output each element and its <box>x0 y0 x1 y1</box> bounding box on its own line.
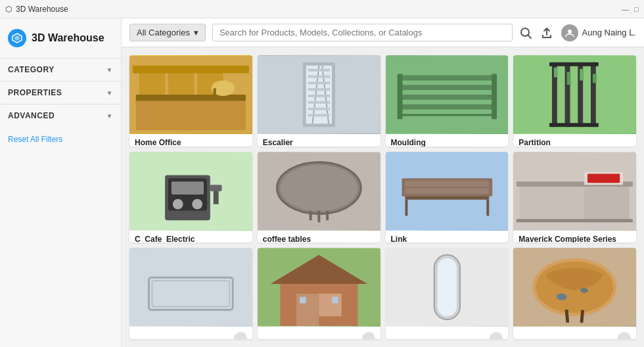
titlebar-left: ⬡ 3D Warehouse <box>5 5 68 14</box>
grid-item[interactable]: coffee tables Emma C. 11 <box>258 152 380 243</box>
svg-rect-86 <box>437 258 456 316</box>
grid-item-title: Partition <box>518 138 631 147</box>
svg-rect-40 <box>549 62 599 66</box>
grid-item-thumbnail <box>258 248 380 327</box>
grid-item-thumbnail <box>258 55 380 134</box>
svg-rect-42 <box>554 68 558 78</box>
grid-item[interactable]: Moulding Samuel 3 <box>386 55 509 147</box>
maximize-button[interactable]: □ <box>634 5 639 13</box>
titlebar-controls[interactable]: — □ <box>622 5 639 13</box>
grid-item-thumbnail <box>129 248 252 327</box>
svg-point-90 <box>557 294 567 300</box>
grid-item[interactable]: Escalier Fcharly24h 7 <box>258 55 380 147</box>
grid-item[interactable] <box>513 248 636 339</box>
svg-rect-57 <box>309 210 311 220</box>
svg-rect-21 <box>308 81 329 84</box>
grid-item-title: C_Cafe_Electric_ <box>135 235 247 243</box>
svg-rect-20 <box>308 76 329 78</box>
svg-point-56 <box>280 164 357 211</box>
svg-rect-32 <box>398 114 495 116</box>
svg-rect-29 <box>398 85 495 90</box>
titlebar: ⬡ 3D Warehouse — □ <box>0 0 644 18</box>
dropdown-chevron-icon: ▾ <box>194 28 198 37</box>
grid-item-info <box>386 327 509 339</box>
grid-item-info: Partition Luthfia M. 3 <box>513 134 636 147</box>
app-body: 3D Warehouse CATEGORY ▼ PROPERTIES ▼ ADV… <box>0 18 644 347</box>
grid-item-thumbnail <box>513 248 636 327</box>
minimize-button[interactable]: — <box>622 5 629 13</box>
svg-point-51 <box>192 198 202 209</box>
grid-item[interactable]: Link ✓ Akula Living 28 <box>386 152 509 243</box>
category-filter-header[interactable]: CATEGORY ▼ <box>0 58 121 81</box>
svg-rect-52 <box>210 185 222 191</box>
properties-chevron: ▼ <box>106 89 113 97</box>
svg-rect-34 <box>492 74 497 120</box>
search-icon-button[interactable] <box>519 26 532 39</box>
logo-icon <box>8 29 26 47</box>
svg-rect-22 <box>308 88 329 91</box>
grid-item[interactable]: C_Cafe_Electric_ Lim C. 2 <box>129 152 252 243</box>
svg-rect-24 <box>308 101 329 104</box>
svg-rect-49 <box>172 181 204 195</box>
svg-line-3 <box>528 35 531 38</box>
svg-rect-25 <box>308 108 329 110</box>
svg-rect-62 <box>405 199 407 216</box>
grid-item-count <box>234 332 247 339</box>
search-input[interactable] <box>212 24 513 41</box>
grid-item[interactable] <box>258 248 380 339</box>
advanced-label: ADVANCED <box>8 111 55 120</box>
grid-item-count <box>490 332 503 339</box>
grid-item-thumbnail <box>513 55 636 134</box>
svg-rect-39 <box>591 62 596 127</box>
properties-label: PROPERTIES <box>8 88 62 97</box>
properties-filter-header[interactable]: PROPERTIES ▼ <box>0 81 121 104</box>
grid-item-meta <box>518 332 631 339</box>
advanced-filter-header[interactable]: ADVANCED ▼ <box>0 104 121 127</box>
grid-item-title: Moulding <box>391 138 503 147</box>
grid-item-info: Link ✓ Akula Living 28 <box>386 231 509 243</box>
svg-point-50 <box>173 198 183 209</box>
svg-point-4 <box>568 30 572 34</box>
grid-item-info <box>513 327 636 339</box>
svg-marker-1 <box>14 35 20 41</box>
svg-rect-72 <box>587 174 620 183</box>
svg-rect-30 <box>398 95 495 100</box>
category-chevron: ▼ <box>106 66 113 74</box>
svg-rect-12 <box>214 88 216 98</box>
user-section[interactable]: Aung Naing L. <box>561 24 636 41</box>
app-icon: ⬡ <box>5 5 12 14</box>
user-name: Aung Naing L. <box>582 28 636 37</box>
grid-item[interactable] <box>386 248 509 339</box>
svg-rect-8 <box>168 72 194 95</box>
svg-rect-63 <box>486 199 489 216</box>
toolbar: All Categories ▾ <box>122 18 644 47</box>
svg-rect-44 <box>580 69 584 81</box>
svg-rect-33 <box>397 74 402 120</box>
grid-item-info: coffee tables Emma C. 11 <box>258 231 380 243</box>
svg-rect-53 <box>214 191 219 204</box>
grid-item-count <box>618 332 631 339</box>
grid-item[interactable]: Maverick Complete Series ✓ Maverick Desk… <box>513 152 636 243</box>
grid-item-info: Maverick Complete Series ✓ Maverick Desk… <box>513 231 636 243</box>
app-title: 3D Warehouse <box>16 5 68 14</box>
category-dropdown[interactable]: All Categories ▾ <box>129 24 206 41</box>
grid-item-thumbnail <box>513 152 636 231</box>
grid-item-thumbnail <box>258 152 380 231</box>
grid-item[interactable]: Partition Luthfia M. 3 <box>513 55 636 147</box>
user-avatar <box>561 24 578 41</box>
logo: 3D Warehouse <box>0 24 121 58</box>
grid-item-thumbnail <box>129 152 252 231</box>
svg-rect-19 <box>308 69 329 72</box>
grid-item-thumbnail <box>386 248 509 327</box>
logo-text: 3D Warehouse <box>32 32 104 44</box>
upload-icon-button[interactable] <box>540 26 553 39</box>
svg-rect-13 <box>136 101 246 130</box>
grid-item[interactable] <box>129 248 252 339</box>
category-label: CATEGORY <box>8 65 55 74</box>
grid-item[interactable]: Home Office BK Designs 77 <box>129 55 252 147</box>
grid-item-title: Maverick Complete Series <box>518 235 631 243</box>
svg-rect-31 <box>398 104 495 110</box>
grid-item-count <box>362 332 375 339</box>
grid-item-thumbnail <box>386 152 509 231</box>
reset-filters-button[interactable]: Reset All Filters <box>0 127 121 152</box>
